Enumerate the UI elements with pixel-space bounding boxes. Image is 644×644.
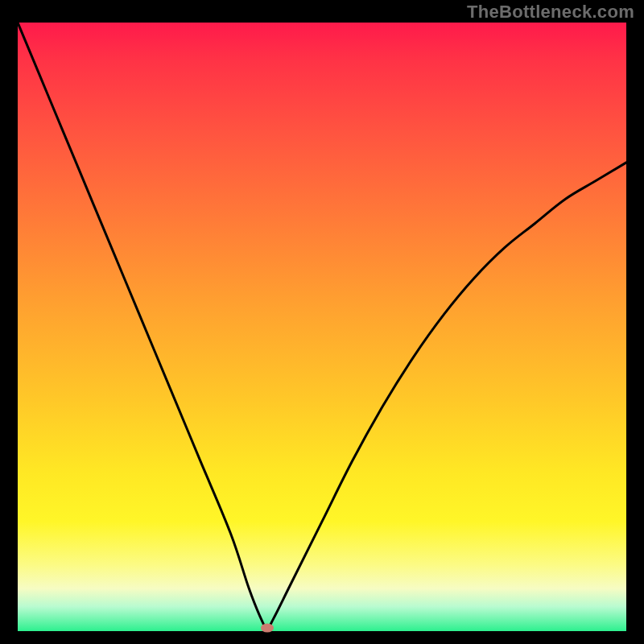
valley-marker xyxy=(261,624,274,633)
chart-container: TheBottleneck.com xyxy=(0,0,644,644)
curve-svg xyxy=(18,23,626,631)
watermark-text: TheBottleneck.com xyxy=(467,2,634,23)
plot-area xyxy=(18,23,626,631)
bottleneck-curve-path xyxy=(18,23,626,628)
